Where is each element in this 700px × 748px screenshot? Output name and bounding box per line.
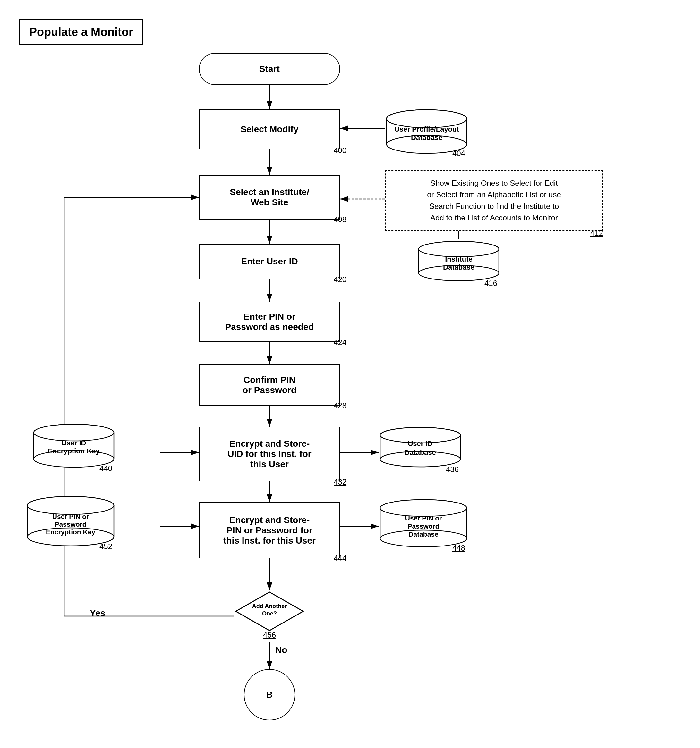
svg-text:Database: Database — [404, 448, 436, 457]
ref-user-pin-db: 448 — [378, 544, 465, 553]
select-modify-node: Select Modify — [199, 109, 340, 149]
dashed-note: Show Existing Ones to Select for Edit or… — [385, 170, 603, 231]
select-institute-node: Select an Institute/ Web Site — [199, 175, 340, 220]
confirm-pin-node: Confirm PIN or Password — [199, 364, 340, 406]
ref-select-institute: 408 — [334, 215, 346, 224]
ref-confirm-pin: 428 — [334, 401, 346, 410]
ref-user-profile-db: 404 — [385, 149, 465, 158]
user-profile-db: User Profile/Layout Database 404 — [385, 109, 468, 158]
svg-text:Database: Database — [443, 263, 474, 271]
encrypt-uid-node: Encrypt and Store- UID for this Inst. fo… — [199, 427, 340, 481]
ref-institute-db: 416 — [417, 279, 497, 288]
diagram-container: Populate a Monitor Start Select Modify 4… — [0, 0, 700, 748]
ref-uid-enc-key: 440 — [32, 464, 112, 473]
enter-pin-node: Enter PIN or Password as needed — [199, 302, 340, 342]
svg-text:Encryption Key: Encryption Key — [46, 528, 95, 535]
enter-user-id-node: Enter User ID — [199, 244, 340, 279]
svg-text:User ID: User ID — [61, 439, 86, 447]
encrypt-pin-node: Encrypt and Store- PIN or Password for t… — [199, 502, 340, 558]
add-another-diamond: Add Another One? — [234, 590, 305, 632]
svg-point-60 — [27, 496, 114, 514]
ref-enter-uid: 420 — [334, 275, 346, 284]
ref-enter-pin: 424 — [334, 338, 346, 347]
ref-add-another: 456 — [263, 631, 276, 640]
start-node: Start — [199, 53, 340, 85]
title-label: Populate a Monitor — [29, 25, 133, 38]
connector-b: B — [244, 669, 295, 721]
ref-select-modify: 400 — [334, 146, 346, 155]
svg-text:Institute: Institute — [445, 255, 472, 263]
svg-text:One?: One? — [262, 610, 277, 617]
user-id-db: User ID Database 436 — [378, 427, 462, 474]
flowchart-arrows — [0, 0, 700, 748]
svg-point-44 — [34, 424, 114, 441]
svg-text:User ID: User ID — [408, 439, 433, 448]
svg-text:User PIN or: User PIN or — [52, 513, 89, 520]
no-label: No — [275, 645, 287, 655]
svg-text:Encryption Key: Encryption Key — [48, 447, 100, 455]
institute-db: Institute Database 416 — [417, 241, 501, 288]
svg-text:Database: Database — [411, 134, 442, 141]
ref-encrypt-pin: 444 — [334, 554, 346, 563]
svg-text:Password: Password — [55, 520, 86, 528]
svg-text:User Profile/Layout: User Profile/Layout — [394, 125, 459, 133]
ref-user-id-db: 436 — [378, 465, 459, 474]
svg-text:Add Another: Add Another — [252, 603, 287, 610]
title-box: Populate a Monitor — [19, 19, 143, 45]
svg-text:Password: Password — [407, 522, 439, 530]
uid-encryption-key-db: User ID Encryption Key 440 — [32, 424, 115, 473]
user-pin-db: User PIN or Password Database 448 — [378, 499, 468, 553]
svg-text:Database: Database — [408, 531, 438, 538]
ref-encrypt-uid: 432 — [334, 477, 346, 487]
yes-label: Yes — [90, 608, 105, 618]
svg-point-69 — [380, 500, 467, 516]
svg-text:User PIN or: User PIN or — [405, 514, 442, 522]
pin-encryption-key-db: User PIN or Password Encryption Key 452 — [26, 496, 115, 551]
ref-dashed-note: 412 — [590, 228, 603, 237]
ref-pin-enc-key: 452 — [26, 542, 112, 551]
svg-point-36 — [419, 241, 499, 257]
